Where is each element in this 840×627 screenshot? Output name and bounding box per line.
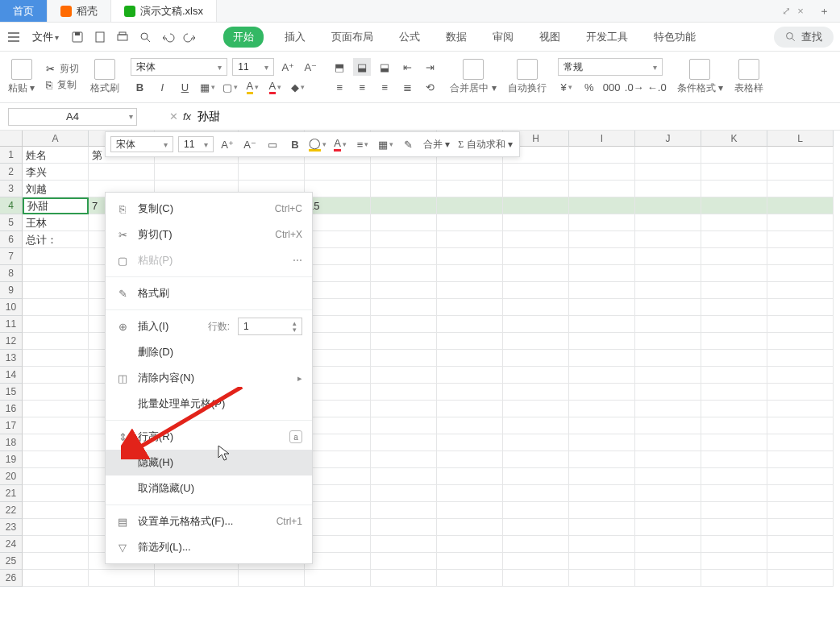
row-header[interactable]: 25 bbox=[0, 553, 23, 570]
cell[interactable] bbox=[23, 350, 89, 367]
currency-icon[interactable]: ¥ bbox=[558, 78, 576, 96]
cell[interactable] bbox=[767, 265, 834, 282]
cell[interactable] bbox=[767, 147, 834, 164]
cell[interactable] bbox=[569, 519, 635, 536]
cell[interactable] bbox=[701, 519, 767, 536]
cell[interactable] bbox=[503, 214, 569, 231]
formula-input[interactable] bbox=[196, 110, 340, 124]
cell[interactable] bbox=[635, 350, 701, 367]
mini-format-painter-icon[interactable]: ✎ bbox=[399, 135, 417, 153]
font-color-icon[interactable]: A bbox=[266, 78, 284, 96]
cell[interactable] bbox=[371, 265, 437, 282]
cell[interactable] bbox=[635, 147, 701, 164]
cell[interactable] bbox=[305, 316, 371, 333]
cell[interactable]: 总计： bbox=[23, 231, 89, 248]
cell[interactable] bbox=[635, 333, 701, 350]
number-format-select[interactable]: 常规▾ bbox=[558, 58, 663, 76]
cell[interactable] bbox=[635, 519, 701, 536]
cell[interactable] bbox=[701, 282, 767, 299]
cell[interactable] bbox=[23, 485, 89, 502]
row-header[interactable]: 18 bbox=[0, 434, 23, 451]
cell[interactable] bbox=[371, 519, 437, 536]
cell[interactable] bbox=[767, 519, 834, 536]
cell[interactable] bbox=[371, 434, 437, 451]
cell[interactable] bbox=[437, 417, 503, 434]
ctx-format-cells[interactable]: ▤ 设置单元格格式(F)... Ctrl+1 bbox=[106, 509, 312, 534]
cell[interactable] bbox=[23, 333, 89, 350]
cell[interactable] bbox=[635, 181, 701, 197]
cell[interactable] bbox=[371, 468, 437, 485]
cell[interactable] bbox=[635, 299, 701, 316]
cell[interactable] bbox=[767, 485, 834, 502]
align-top-icon[interactable]: ⬒ bbox=[331, 58, 348, 76]
cell[interactable] bbox=[23, 384, 89, 401]
cell[interactable] bbox=[569, 553, 635, 570]
cell[interactable] bbox=[767, 248, 834, 265]
name-box[interactable]: A4▾ bbox=[8, 108, 137, 126]
cell[interactable]: 王林 bbox=[23, 214, 89, 231]
cell[interactable] bbox=[701, 434, 767, 451]
cell[interactable] bbox=[503, 536, 569, 553]
cell[interactable] bbox=[635, 536, 701, 553]
cell[interactable] bbox=[701, 417, 767, 434]
col-header[interactable]: A bbox=[23, 131, 89, 147]
cell[interactable] bbox=[371, 384, 437, 401]
cell[interactable] bbox=[371, 197, 437, 214]
cell[interactable] bbox=[437, 451, 503, 468]
cell[interactable] bbox=[437, 401, 503, 417]
cell[interactable] bbox=[767, 316, 834, 333]
fill-color-icon[interactable]: A bbox=[243, 78, 261, 96]
cell[interactable] bbox=[569, 502, 635, 519]
select-all-corner[interactable] bbox=[0, 131, 23, 147]
cell[interactable] bbox=[437, 214, 503, 231]
print-icon[interactable] bbox=[115, 30, 130, 44]
cell[interactable] bbox=[305, 350, 371, 367]
cell[interactable] bbox=[635, 401, 701, 417]
row-header[interactable]: 20 bbox=[0, 468, 23, 485]
comma-icon[interactable]: 000 bbox=[603, 78, 621, 96]
format-painter-button[interactable]: 格式刷 bbox=[90, 59, 119, 95]
cell[interactable] bbox=[437, 519, 503, 536]
cell[interactable] bbox=[767, 536, 834, 553]
mini-fill-icon[interactable]: ◯ bbox=[309, 135, 326, 153]
paste-button[interactable]: 粘贴 ▾ bbox=[8, 59, 35, 95]
cell[interactable] bbox=[635, 451, 701, 468]
cell[interactable] bbox=[305, 248, 371, 265]
print-preview-icon[interactable] bbox=[93, 30, 107, 44]
cell[interactable] bbox=[503, 316, 569, 333]
row-header[interactable]: 15 bbox=[0, 384, 23, 401]
insert-rows-input[interactable]: 1 ▴▾ bbox=[238, 318, 302, 335]
cell[interactable] bbox=[503, 553, 569, 570]
cell[interactable] bbox=[635, 468, 701, 485]
cell[interactable] bbox=[569, 333, 635, 350]
cell[interactable] bbox=[569, 316, 635, 333]
borders-icon[interactable]: ▦ bbox=[198, 78, 216, 96]
row-header[interactable]: 13 bbox=[0, 350, 23, 367]
cell[interactable] bbox=[23, 570, 89, 587]
cell[interactable] bbox=[437, 299, 503, 316]
cell[interactable] bbox=[437, 384, 503, 401]
cell[interactable] bbox=[767, 367, 834, 384]
cell[interactable] bbox=[635, 248, 701, 265]
cell[interactable] bbox=[503, 502, 569, 519]
cell[interactable] bbox=[767, 384, 834, 401]
mini-merge-button[interactable]: 合并 ▾ bbox=[422, 138, 451, 152]
cell[interactable] bbox=[239, 164, 305, 181]
cell[interactable] bbox=[305, 384, 371, 401]
row-header[interactable]: 11 bbox=[0, 316, 23, 333]
underline-icon[interactable]: U bbox=[176, 78, 193, 96]
cell[interactable] bbox=[23, 299, 89, 316]
cell[interactable] bbox=[23, 502, 89, 519]
cell[interactable] bbox=[503, 181, 569, 197]
copy-button[interactable]: 复制 bbox=[57, 78, 77, 92]
cell[interactable] bbox=[23, 282, 89, 299]
cell[interactable] bbox=[767, 502, 834, 519]
cell[interactable] bbox=[371, 553, 437, 570]
orientation-icon[interactable]: ⟲ bbox=[421, 78, 439, 96]
cell[interactable] bbox=[503, 231, 569, 248]
mini-bold-icon[interactable]: B bbox=[286, 135, 304, 153]
cell[interactable] bbox=[371, 333, 437, 350]
tab-special[interactable]: 特色功能 bbox=[649, 27, 701, 48]
tab-data[interactable]: 数据 bbox=[441, 27, 472, 48]
cell[interactable] bbox=[767, 282, 834, 299]
